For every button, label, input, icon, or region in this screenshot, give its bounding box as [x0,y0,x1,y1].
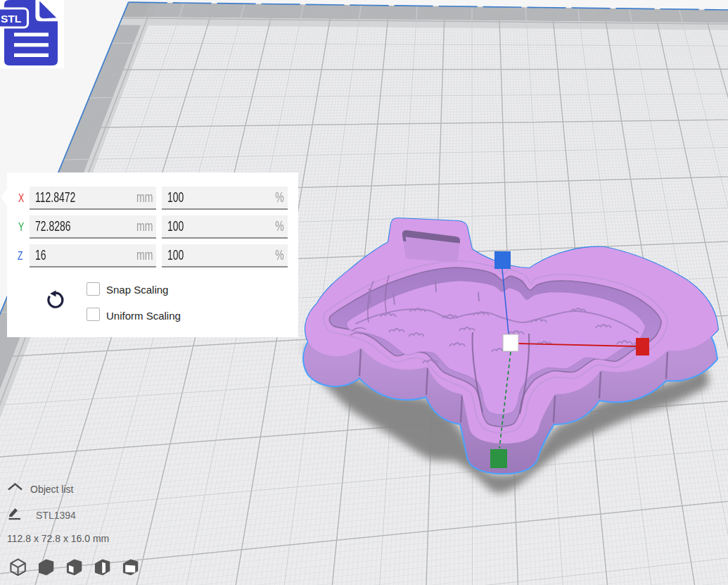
svg-text:STL: STL [1,13,21,25]
